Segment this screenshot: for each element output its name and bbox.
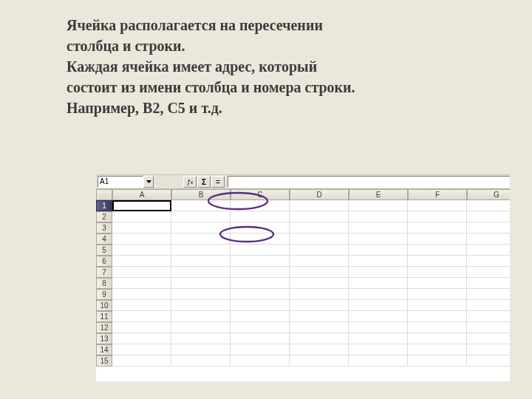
cell-C7[interactable] [231, 267, 290, 278]
spreadsheet-grid[interactable]: A B C D E F G 1 2 3 4 [96, 189, 510, 366]
cell-C2[interactable] [231, 211, 290, 222]
cell-D9[interactable] [290, 289, 349, 300]
cell-B8[interactable] [171, 278, 231, 289]
col-header-G[interactable]: G [467, 189, 510, 200]
cell-E11[interactable] [349, 311, 408, 322]
cell-A3[interactable] [112, 222, 171, 233]
cell-C4[interactable] [231, 233, 290, 245]
cell-C15[interactable] [231, 355, 290, 366]
cell-E9[interactable] [349, 289, 408, 300]
sum-button[interactable]: Σ [197, 176, 211, 188]
cell-A11[interactable] [112, 311, 171, 322]
cell-E2[interactable] [349, 211, 408, 222]
cell-D4[interactable] [290, 233, 349, 245]
cell-F10[interactable] [408, 300, 467, 311]
cell-F13[interactable] [408, 333, 467, 344]
cell-F2[interactable] [408, 211, 467, 222]
cell-D13[interactable] [290, 333, 349, 344]
col-header-D[interactable]: D [290, 189, 349, 200]
cell-D12[interactable] [290, 322, 349, 333]
row-header-14[interactable]: 14 [96, 344, 112, 355]
row-header-8[interactable]: 8 [96, 278, 112, 289]
row-header-6[interactable]: 6 [96, 256, 112, 267]
cell-F1[interactable] [408, 200, 467, 211]
cell-F12[interactable] [408, 322, 467, 333]
col-header-A[interactable]: A [112, 189, 171, 200]
row-header-7[interactable]: 7 [96, 267, 112, 278]
cell-D11[interactable] [290, 311, 349, 322]
cell-E7[interactable] [349, 267, 408, 278]
cell-E12[interactable] [349, 322, 408, 333]
cell-E14[interactable] [349, 344, 408, 355]
cell-E8[interactable] [349, 278, 408, 289]
cell-C6[interactable] [231, 256, 290, 267]
cell-B10[interactable] [171, 300, 231, 311]
cell-B7[interactable] [171, 267, 231, 278]
cell-E4[interactable] [349, 233, 408, 245]
cell-B2[interactable] [171, 211, 231, 222]
row-header-3[interactable]: 3 [96, 222, 112, 233]
cell-C10[interactable] [231, 300, 290, 311]
cell-B13[interactable] [171, 333, 231, 344]
cell-D2[interactable] [290, 211, 349, 222]
cell-G14[interactable] [467, 344, 510, 355]
cell-G9[interactable] [467, 289, 510, 300]
cell-C9[interactable] [231, 289, 290, 300]
cell-G15[interactable] [467, 355, 510, 366]
cell-C8[interactable] [231, 278, 290, 289]
cell-A10[interactable] [112, 300, 171, 311]
cell-G3[interactable] [467, 222, 510, 233]
cell-E5[interactable] [349, 245, 408, 256]
cell-E1[interactable] [349, 200, 408, 211]
cell-G12[interactable] [467, 322, 510, 333]
row-header-4[interactable]: 4 [96, 233, 112, 245]
cell-D14[interactable] [290, 344, 349, 355]
cell-D8[interactable] [290, 278, 349, 289]
cell-C13[interactable] [231, 333, 290, 344]
cell-A13[interactable] [112, 333, 171, 344]
cell-B14[interactable] [171, 344, 231, 355]
cell-F3[interactable] [408, 222, 467, 233]
cell-F15[interactable] [408, 355, 467, 366]
cell-D6[interactable] [290, 256, 349, 267]
cell-G1[interactable] [467, 200, 510, 211]
row-header-1[interactable]: 1 [96, 200, 112, 211]
cell-C14[interactable] [231, 344, 290, 355]
cell-E10[interactable] [349, 300, 408, 311]
col-header-F[interactable]: F [408, 189, 467, 200]
equals-button[interactable]: = [211, 176, 225, 188]
cell-D5[interactable] [290, 245, 349, 256]
cell-B1[interactable] [171, 200, 231, 211]
row-header-15[interactable]: 15 [96, 355, 112, 366]
cell-E13[interactable] [349, 333, 408, 344]
cell-G6[interactable] [467, 256, 510, 267]
cell-F11[interactable] [408, 311, 467, 322]
name-box[interactable]: A1 [98, 176, 143, 188]
row-header-2[interactable]: 2 [96, 211, 112, 222]
cell-F4[interactable] [408, 233, 467, 245]
cell-E15[interactable] [349, 355, 408, 366]
cell-B12[interactable] [171, 322, 231, 333]
cell-A1[interactable] [112, 200, 171, 211]
cell-G11[interactable] [467, 311, 510, 322]
cell-G5[interactable] [467, 245, 510, 256]
row-header-12[interactable]: 12 [96, 322, 112, 333]
cell-D10[interactable] [290, 300, 349, 311]
cell-C1[interactable] [231, 200, 290, 211]
cell-A14[interactable] [112, 344, 171, 355]
cell-D7[interactable] [290, 267, 349, 278]
name-box-dropdown[interactable] [143, 176, 154, 188]
cell-B3[interactable] [171, 222, 231, 233]
cell-B4[interactable] [171, 233, 231, 245]
row-header-13[interactable]: 13 [96, 333, 112, 344]
cell-F5[interactable] [408, 245, 467, 256]
cell-A4[interactable] [112, 233, 171, 245]
cell-G10[interactable] [467, 300, 510, 311]
col-header-E[interactable]: E [349, 189, 408, 200]
row-header-10[interactable]: 10 [96, 300, 112, 311]
cell-C12[interactable] [231, 322, 290, 333]
cell-A5[interactable] [112, 245, 171, 256]
cell-E6[interactable] [349, 256, 408, 267]
cell-G13[interactable] [467, 333, 510, 344]
row-header-11[interactable]: 11 [96, 311, 112, 322]
